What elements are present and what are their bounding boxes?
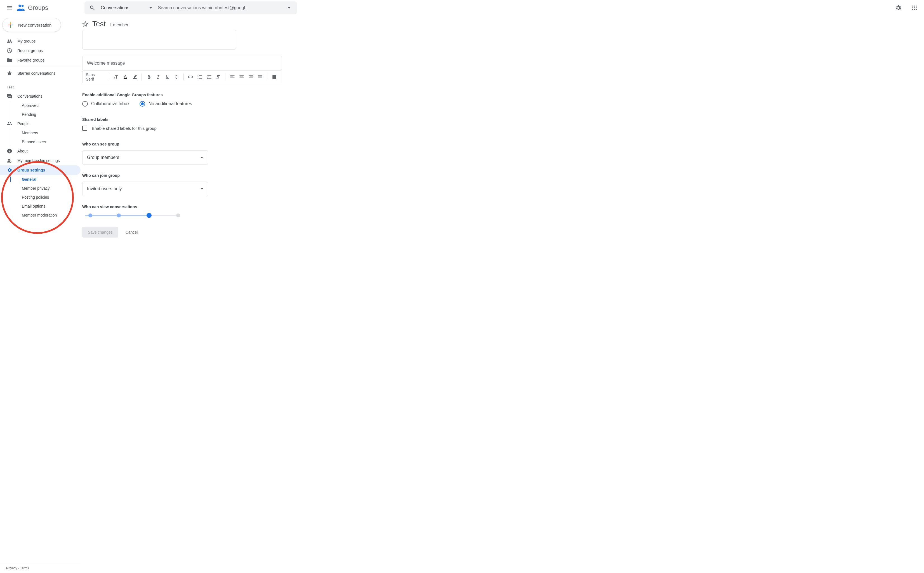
search-scope-dropdown[interactable]: Conversations xyxy=(98,5,155,10)
sidebar-item-recent-groups[interactable]: Recent groups xyxy=(0,46,81,55)
search-button[interactable] xyxy=(87,2,98,13)
caret-down-icon xyxy=(201,188,203,190)
align-left-button[interactable] xyxy=(228,73,236,81)
sidebar-child-banned[interactable]: Banned users xyxy=(0,137,81,146)
terms-link[interactable]: Terms xyxy=(20,566,29,570)
sidebar: New conversation My groups Recent groups… xyxy=(0,16,81,573)
sidebar-child-pending[interactable]: Pending xyxy=(0,110,81,119)
sidebar-item-label: Group settings xyxy=(17,168,45,172)
align-justify-button[interactable] xyxy=(256,73,264,81)
search-bar: Conversations xyxy=(84,2,297,14)
privacy-link[interactable]: Privacy xyxy=(6,566,17,570)
save-button[interactable]: Save changes xyxy=(82,227,118,238)
sidebar-item-my-groups[interactable]: My groups xyxy=(0,36,81,46)
sidebar-item-membership-settings[interactable]: My membership settings xyxy=(0,156,81,165)
shared-labels-text: Enable shared labels for this group xyxy=(92,126,157,131)
align-right-button[interactable] xyxy=(247,73,255,81)
app-logo[interactable]: Groups xyxy=(16,3,48,13)
person-gear-icon xyxy=(7,158,12,163)
welcome-message-input[interactable] xyxy=(87,61,277,66)
text-color-icon xyxy=(122,74,128,80)
top-bar: Groups Conversations xyxy=(0,0,924,16)
cancel-button[interactable]: Cancel xyxy=(126,230,138,235)
numbered-list-button[interactable] xyxy=(196,73,204,81)
settings-button[interactable] xyxy=(893,2,904,13)
shared-labels-checkbox[interactable] xyxy=(82,125,87,131)
sidebar-child-general[interactable]: General xyxy=(0,175,81,184)
slider-stop-1[interactable] xyxy=(88,213,92,218)
folder-icon xyxy=(7,57,12,63)
search-input[interactable] xyxy=(155,5,284,10)
info-icon xyxy=(7,148,12,154)
sidebar-item-group-settings[interactable]: Group settings xyxy=(0,165,81,175)
people-icon xyxy=(7,121,12,127)
strikethrough-button[interactable] xyxy=(173,73,181,81)
svg-point-7 xyxy=(916,7,917,8)
sidebar-item-label: Conversations xyxy=(17,94,42,99)
svg-rect-14 xyxy=(124,78,127,79)
insert-image-button[interactable] xyxy=(270,73,278,81)
sidebar-item-people[interactable]: People xyxy=(0,119,81,128)
sidebar-child-posting-policies[interactable]: Posting policies xyxy=(0,193,81,202)
sidebar-child-email-options[interactable]: Email options xyxy=(0,202,81,211)
sidebar-item-label: Recent groups xyxy=(17,49,43,53)
description-textarea[interactable] xyxy=(82,30,236,50)
page-title: Test xyxy=(92,20,106,28)
font-size-button[interactable] xyxy=(112,73,120,81)
main-content: Test 1 member Sans Serif xyxy=(81,16,924,573)
features-label: Enable additional Google Groups features xyxy=(82,92,299,97)
slider-stop-4[interactable] xyxy=(176,213,180,218)
sidebar-child-member-privacy[interactable]: Member privacy xyxy=(0,184,81,193)
member-count: 1 member xyxy=(109,22,129,27)
align-center-button[interactable] xyxy=(238,73,246,81)
page-header: Test 1 member xyxy=(81,16,924,30)
bold-button[interactable] xyxy=(145,73,153,81)
who-see-select[interactable]: Group members xyxy=(82,150,208,165)
apps-button[interactable] xyxy=(909,2,920,13)
who-join-label: Who can join group xyxy=(82,173,299,178)
features-radio-group: Collaborative Inbox No additional featur… xyxy=(82,101,299,106)
sidebar-item-favorite-groups[interactable]: Favorite groups xyxy=(0,55,81,65)
image-icon xyxy=(272,74,277,80)
italic-button[interactable] xyxy=(154,73,162,81)
sidebar-child-approved[interactable]: Approved xyxy=(0,101,81,110)
search-options-button[interactable] xyxy=(284,2,295,13)
sidebar-item-about[interactable]: About xyxy=(0,146,81,156)
slider-thumb[interactable] xyxy=(147,213,151,218)
sidebar-child-member-moderation[interactable]: Member moderation xyxy=(0,211,81,220)
svg-point-2 xyxy=(912,6,913,7)
sidebar-item-conversations[interactable]: Conversations xyxy=(0,91,81,101)
svg-point-10 xyxy=(916,9,917,10)
sidebar-child-members[interactable]: Members xyxy=(0,128,81,137)
bulleted-list-icon xyxy=(206,74,212,80)
text-color-button[interactable] xyxy=(122,73,130,81)
radio-no-additional[interactable]: No additional features xyxy=(140,101,192,106)
svg-rect-13 xyxy=(10,25,11,28)
clear-format-button[interactable] xyxy=(214,73,222,81)
sidebar-item-starred[interactable]: Starred conversations xyxy=(0,69,81,78)
svg-point-9 xyxy=(914,9,915,10)
welcome-message-field[interactable] xyxy=(82,56,282,71)
star-group-button[interactable] xyxy=(82,21,88,27)
highlight-button[interactable] xyxy=(131,73,139,81)
who-view-slider[interactable] xyxy=(82,213,183,219)
svg-point-8 xyxy=(912,9,913,10)
slider-stop-2[interactable] xyxy=(117,213,121,218)
toolbar-separator xyxy=(267,74,267,80)
who-join-select[interactable]: Invited users only xyxy=(82,182,208,196)
new-conversation-button[interactable]: New conversation xyxy=(2,18,61,32)
gear-icon xyxy=(7,167,12,173)
main-menu-button[interactable] xyxy=(4,2,15,13)
font-family-dropdown[interactable]: Sans Serif xyxy=(86,72,103,81)
sidebar-item-label: My membership settings xyxy=(17,158,60,163)
link-button[interactable] xyxy=(187,73,195,81)
action-buttons: Save changes Cancel xyxy=(82,227,299,238)
bulleted-list-button[interactable] xyxy=(205,73,213,81)
svg-rect-11 xyxy=(10,22,11,25)
radio-collaborative-inbox[interactable]: Collaborative Inbox xyxy=(82,101,130,106)
svg-point-3 xyxy=(914,6,915,7)
caret-down-icon xyxy=(201,157,203,158)
underline-button[interactable] xyxy=(163,73,171,81)
radio-icon xyxy=(82,101,88,106)
align-left-icon xyxy=(229,74,235,80)
